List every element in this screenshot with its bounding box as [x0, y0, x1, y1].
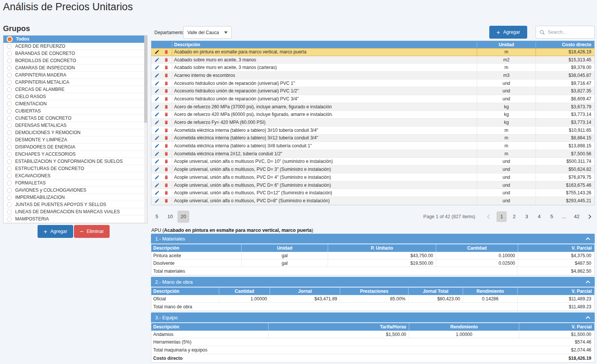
- group-item[interactable]: ENCHAPES Y ACCESORIOS: [3, 151, 147, 158]
- table-row[interactable]: Acero de refuerzo 260 MPa (37000 psi), i…: [151, 103, 594, 111]
- group-item[interactable]: IMPERMEABILIZACION: [3, 194, 147, 201]
- groups-scrollbar-thumb[interactable]: [144, 36, 147, 123]
- add-group-button[interactable]: + Agregar: [38, 225, 73, 238]
- table-row[interactable]: Acople universal, unión alfa o multiusos…: [151, 181, 594, 189]
- edit-pencil-icon[interactable]: [154, 143, 160, 148]
- delete-trash-icon[interactable]: [164, 120, 169, 125]
- group-item[interactable]: DESMONTE Y LIMPIEZA: [3, 136, 147, 144]
- delete-trash-icon[interactable]: [164, 198, 169, 203]
- group-item[interactable]: JUNTAS DE PUENTES APOYOS Y SELLOS: [3, 201, 147, 208]
- table-row[interactable]: Acabado sobre muro en aceite, 3 manos (c…: [151, 64, 594, 72]
- delete-trash-icon[interactable]: [164, 143, 169, 148]
- table-row[interactable]: Acarreo interno de escombros m3 $38,045.…: [151, 72, 594, 80]
- edit-pencil-icon[interactable]: [154, 128, 160, 133]
- group-item[interactable]: BORDILLOS DE CONCRETO: [3, 57, 147, 64]
- edit-pencil-icon[interactable]: [154, 175, 160, 180]
- table-row[interactable]: Acople universal, unión alfa o multiusos…: [151, 173, 594, 181]
- delete-trash-icon[interactable]: [164, 183, 169, 188]
- delete-trash-icon[interactable]: [164, 135, 169, 141]
- edit-pencil-icon[interactable]: [154, 104, 160, 109]
- edit-pencil-icon[interactable]: [154, 190, 160, 195]
- edit-pencil-icon[interactable]: [154, 49, 160, 55]
- chevron-up-icon[interactable]: [585, 280, 591, 284]
- table-row[interactable]: Acople universal, unión alfa o multiusos…: [151, 197, 594, 205]
- delete-trash-icon[interactable]: [164, 57, 169, 62]
- group-item[interactable]: ACERO DE REFUERZO: [3, 43, 147, 50]
- page-number-button[interactable]: 4: [534, 211, 544, 222]
- delete-trash-icon[interactable]: [164, 49, 169, 55]
- chevron-up-icon[interactable]: [585, 316, 591, 319]
- group-item[interactable]: EXCAVACIONES: [3, 172, 147, 180]
- delete-trash-icon[interactable]: [164, 65, 169, 70]
- delete-trash-icon[interactable]: [164, 73, 169, 78]
- chevron-left-icon[interactable]: [484, 214, 494, 219]
- table-row[interactable]: Accesorio hidráulico unión de reparación…: [151, 87, 594, 95]
- edit-pencil-icon[interactable]: [154, 88, 160, 94]
- delete-trash-icon[interactable]: [164, 159, 169, 164]
- edit-pencil-icon[interactable]: [154, 167, 160, 172]
- add-item-button[interactable]: + Agregar: [489, 26, 527, 39]
- page-number-button[interactable]: 3: [522, 211, 532, 222]
- edit-pencil-icon[interactable]: [154, 159, 160, 164]
- edit-pencil-icon[interactable]: [154, 112, 160, 117]
- groups-scrollbar[interactable]: [144, 36, 147, 223]
- group-item[interactable]: LINEAS DE DEMARCACION EN MARCAS VIALES: [3, 208, 147, 216]
- table-row[interactable]: Acometida eléctrica interna (tablero a t…: [151, 142, 594, 150]
- edit-pencil-icon[interactable]: [154, 57, 160, 62]
- table-row[interactable]: Acometida eléctrica interna (tablero a t…: [151, 134, 594, 142]
- group-item[interactable]: DEMOLICIONES Y REMOCION: [3, 129, 147, 136]
- page-number-button[interactable]: 42: [572, 211, 582, 222]
- group-item[interactable]: ESTRUCTURAS DE CONCRETO: [3, 165, 147, 172]
- edit-pencil-icon[interactable]: [154, 73, 160, 78]
- group-item[interactable]: ESTABILIZACION Y CONFORMACION DE SUELOS: [3, 158, 147, 165]
- search-input[interactable]: [548, 30, 591, 35]
- group-item[interactable]: CARPINTERIA METALICA: [3, 79, 147, 86]
- page-number-button[interactable]: ...: [559, 211, 569, 222]
- table-row[interactable]: Accesorio hidráulico unión de reparación…: [151, 95, 594, 103]
- edit-pencil-icon[interactable]: [154, 183, 160, 188]
- page-number-button[interactable]: 1: [496, 211, 507, 222]
- chevron-right-icon[interactable]: [584, 214, 595, 219]
- delete-trash-icon[interactable]: [164, 81, 169, 86]
- table-row[interactable]: Acabado sobre muro en aceite, 3 manos m2…: [151, 56, 594, 64]
- table-row[interactable]: Acople universal, unión alfa o multiusos…: [151, 166, 594, 173]
- page-size-button[interactable]: 20: [178, 211, 189, 223]
- group-item[interactable]: DISIPADORES DE ENERGIA: [3, 144, 147, 151]
- delete-trash-icon[interactable]: [164, 128, 169, 133]
- chevron-up-icon[interactable]: [585, 237, 591, 241]
- delete-trash-icon[interactable]: [164, 96, 169, 102]
- group-item[interactable]: FORMALETAS: [3, 180, 147, 187]
- delete-trash-icon[interactable]: [164, 104, 169, 109]
- edit-pencil-icon[interactable]: [154, 135, 160, 141]
- group-item[interactable]: CERCAS DE ALAMBRE: [3, 86, 147, 93]
- edit-pencil-icon[interactable]: [154, 120, 160, 125]
- table-row[interactable]: Acero de refuerzo Fy= 420 MPA (60.000 PS…: [151, 119, 594, 127]
- edit-pencil-icon[interactable]: [154, 151, 160, 156]
- page-size-button[interactable]: 10: [164, 211, 176, 223]
- group-item[interactable]: MAMPOSTERIA: [3, 216, 147, 223]
- group-item[interactable]: CIMENTACION: [3, 100, 147, 108]
- delete-trash-icon[interactable]: [164, 151, 169, 156]
- table-row[interactable]: Acometida eléctrica interna (tablero a t…: [151, 127, 594, 134]
- department-select[interactable]: Valle del Cauca: [183, 26, 232, 39]
- materials-section-header[interactable]: 1.- Materiales: [151, 234, 595, 244]
- equipment-section-header[interactable]: 3.- Equipo: [151, 312, 595, 322]
- delete-trash-icon[interactable]: [164, 88, 169, 94]
- table-row[interactable]: Acabado en pintura en esmalte para marco…: [151, 48, 594, 56]
- table-row[interactable]: Acero de refuerzo 420 MPa (60000 psi), i…: [151, 111, 594, 119]
- delete-trash-icon[interactable]: [164, 190, 169, 195]
- edit-pencil-icon[interactable]: [154, 198, 160, 203]
- group-item[interactable]: CAMARAS DE INSPECCION: [3, 64, 147, 72]
- page-number-button[interactable]: 2: [509, 211, 519, 222]
- group-item[interactable]: Todos: [3, 36, 147, 43]
- group-item[interactable]: CIELO RASOS: [3, 93, 147, 100]
- edit-pencil-icon[interactable]: [154, 65, 160, 70]
- table-row[interactable]: Acople universal, unión alfa o multiusos…: [151, 158, 594, 166]
- delete-group-button[interactable]: − Eliminar: [74, 225, 110, 238]
- group-item[interactable]: GAVIONES y COLCHOGAVIONES: [3, 187, 147, 194]
- edit-pencil-icon[interactable]: [154, 96, 160, 102]
- edit-pencil-icon[interactable]: [154, 81, 160, 86]
- group-item[interactable]: CUBIERTAS: [3, 108, 147, 115]
- group-item[interactable]: CUNETAS DE CONCRETO: [3, 115, 147, 122]
- page-number-button[interactable]: 5: [547, 211, 557, 222]
